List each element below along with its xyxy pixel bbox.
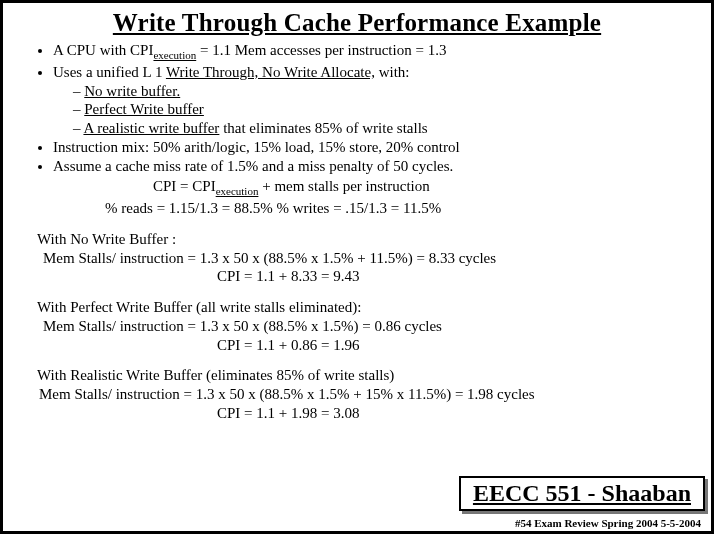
eq1-pre: CPI = CPI [153, 178, 216, 194]
b2-u: Write Through, No Write Allocate, [166, 64, 375, 80]
sub-3-pre: A realistic write buffer [83, 120, 219, 136]
bullet-2: Uses a unified L 1 Write Through, No Wri… [53, 63, 693, 138]
slide-frame: Write Through Cache Performance Example … [0, 0, 714, 534]
perfwb-h: With Perfect Write Buffer (all write sta… [37, 298, 693, 317]
realwb-h: With Realistic Write Buffer (eliminates … [37, 366, 693, 385]
slide-title: Write Through Cache Performance Example [3, 9, 711, 37]
eq2: % reads = 1.15/1.3 = 88.5% % writes = .1… [105, 199, 441, 218]
realwb-l2: CPI = 1.1 + 1.98 = 3.08 [37, 404, 693, 423]
bullet-1: A CPU with CPIexecution = 1.1 Mem access… [53, 41, 693, 63]
slide-content: A CPU with CPIexecution = 1.1 Mem access… [3, 41, 711, 423]
b1-mid: = 1.1 Mem accesses per instruction = 1.3 [196, 42, 446, 58]
section-no-wb: With No Write Buffer : Mem Stalls/ instr… [31, 230, 693, 286]
section-perf-wb: With Perfect Write Buffer (all write sta… [31, 298, 693, 354]
eq-block: CPI = CPIexecution + mem stalls per inst… [53, 177, 693, 218]
nowb-l1: Mem Stalls/ instruction = 1.3 x 50 x (88… [37, 249, 693, 268]
bullet-list: A CPU with CPIexecution = 1.1 Mem access… [31, 41, 693, 218]
sub-2-text: Perfect Write buffer [84, 101, 204, 117]
b2-post: with: [375, 64, 410, 80]
sub-1: No write buffer. [73, 82, 693, 101]
sub-1-text: No write buffer. [84, 83, 180, 99]
bullet-4: Assume a cache miss rate of 1.5% and a m… [53, 157, 693, 218]
sub-3: A realistic write buffer that eliminates… [73, 119, 693, 138]
slide-footer: #54 Exam Review Spring 2004 5-5-2004 [515, 517, 701, 529]
nowb-h: With No Write Buffer : [37, 230, 693, 249]
nowb-l2: CPI = 1.1 + 8.33 = 9.43 [37, 267, 693, 286]
b1-sub: execution [153, 49, 196, 61]
b2-pre: Uses a unified L 1 [53, 64, 166, 80]
perfwb-l1: Mem Stalls/ instruction = 1.3 x 50 x (88… [37, 317, 693, 336]
sub-bullet-list: No write buffer. Perfect Write buffer A … [53, 82, 693, 138]
b4-text: Assume a cache miss rate of 1.5% and a m… [53, 158, 453, 174]
eq1-post: + mem stalls per instruction [258, 178, 429, 194]
realwb-l1: Mem Stalls/ instruction = 1.3 x 50 x (88… [33, 385, 693, 404]
course-tag: EECC 551 - Shaaban [459, 476, 705, 511]
sub-3-post: that eliminates 85% of write stalls [219, 120, 427, 136]
sub-2: Perfect Write buffer [73, 100, 693, 119]
perfwb-l2: CPI = 1.1 + 0.86 = 1.96 [37, 336, 693, 355]
eq1-sub: execution [216, 185, 259, 197]
section-real-wb: With Realistic Write Buffer (eliminates … [31, 366, 693, 422]
b1-pre: A CPU with CPI [53, 42, 153, 58]
bullet-3: Instruction mix: 50% arith/logic, 15% lo… [53, 138, 693, 157]
